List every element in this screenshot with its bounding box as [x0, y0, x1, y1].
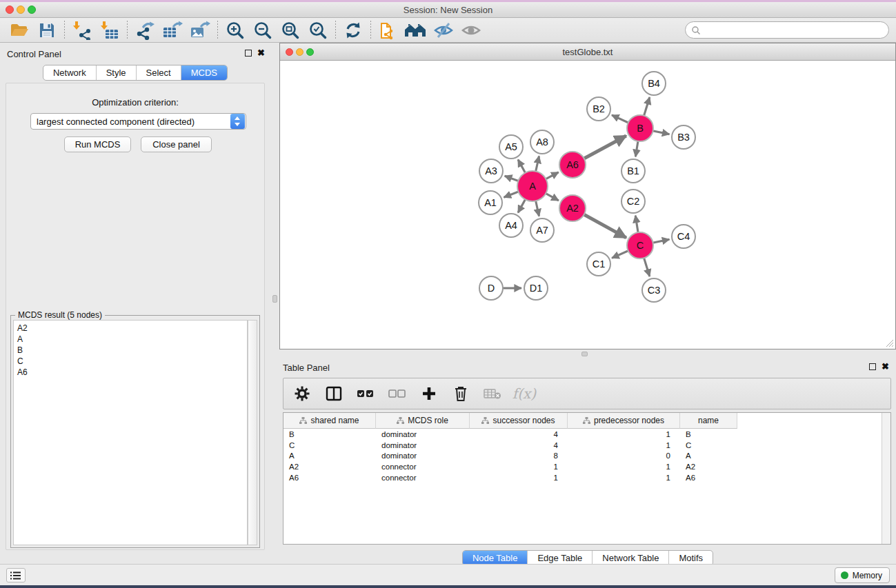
node-B[interactable]: B: [627, 115, 653, 141]
horizontal-splitter[interactable]: [279, 350, 896, 358]
zoom-in-icon[interactable]: [221, 19, 249, 41]
node-A4[interactable]: A4: [499, 214, 523, 237]
delete-columns-icon[interactable]: [450, 383, 471, 404]
column-header-name[interactable]: name: [680, 413, 737, 429]
search-input[interactable]: [701, 26, 888, 35]
table-cell[interactable]: connector: [376, 461, 470, 472]
float-panel-icon[interactable]: [245, 50, 252, 57]
zoom-fit-icon[interactable]: [277, 19, 304, 41]
mcds-result-list[interactable]: A2ABCA6: [13, 320, 248, 545]
table-cell[interactable]: 1: [568, 440, 680, 451]
function-builder-icon[interactable]: f(x): [514, 383, 535, 404]
tab-select[interactable]: Select: [136, 65, 181, 80]
node-C3[interactable]: C3: [642, 278, 666, 302]
table-cell[interactable]: A2: [680, 461, 737, 472]
tab-edge-table[interactable]: Edge Table: [527, 551, 592, 565]
table-cell[interactable]: B: [283, 429, 376, 440]
split-panel-icon[interactable]: [323, 383, 344, 404]
table-row[interactable]: Bdominator41B: [283, 429, 890, 440]
table-cell[interactable]: 8: [470, 451, 568, 462]
table-cell[interactable]: A: [283, 451, 376, 462]
table-cell[interactable]: dominator: [376, 440, 470, 451]
criterion-select[interactable]: largest connected component (directed): [30, 113, 246, 130]
close-panel-icon[interactable]: ✖: [882, 363, 889, 370]
select-all-columns-icon[interactable]: [355, 383, 376, 404]
zoom-out-icon[interactable]: [249, 19, 277, 41]
tab-motifs[interactable]: Motifs: [668, 551, 713, 565]
delete-table-icon[interactable]: [482, 383, 503, 404]
table-cell[interactable]: 4: [470, 440, 568, 451]
import-table-icon[interactable]: [96, 19, 123, 41]
table-cell[interactable]: connector: [376, 472, 470, 483]
app-titlebar[interactable]: Session: New Session: [0, 2, 896, 18]
table-cell[interactable]: 1: [568, 429, 680, 440]
node-C[interactable]: C: [627, 232, 653, 258]
node-A2[interactable]: A2: [559, 195, 586, 221]
tab-style[interactable]: Style: [96, 65, 136, 80]
open-session-icon[interactable]: [6, 19, 33, 41]
node-A7[interactable]: A7: [530, 219, 554, 242]
table-cell[interactable]: 1: [568, 472, 680, 483]
tab-mcds[interactable]: MCDS: [181, 65, 227, 80]
settings-icon[interactable]: [292, 383, 312, 404]
table-cell[interactable]: A6: [283, 472, 376, 483]
column-header-shared-name[interactable]: shared name: [283, 413, 376, 429]
resize-grip-icon[interactable]: [886, 339, 894, 347]
table-cell[interactable]: 4: [470, 429, 568, 440]
table-row[interactable]: A6connector11A6: [283, 472, 890, 483]
splitter-handle[interactable]: [581, 352, 588, 356]
node-B1[interactable]: B1: [621, 159, 645, 183]
export-image-icon[interactable]: [186, 19, 214, 41]
tab-network-table[interactable]: Network Table: [592, 551, 668, 565]
refresh-network-view-icon[interactable]: [339, 19, 367, 41]
import-network-icon[interactable]: [68, 19, 96, 41]
hide-selected-icon[interactable]: [430, 19, 457, 41]
table-cell[interactable]: dominator: [376, 451, 470, 462]
node-B3[interactable]: B3: [672, 125, 695, 149]
node-D1[interactable]: D1: [524, 276, 548, 300]
close-panel-icon[interactable]: ✖: [257, 50, 265, 57]
network-canvas[interactable]: AA1A2A3A4A5A6A7A8BB1B2B3B4CC1C2C3C4DD1: [280, 61, 895, 349]
table-cell[interactable]: A: [680, 451, 737, 462]
column-header-successor-nodes[interactable]: successor nodes: [470, 413, 568, 429]
column-header-MCDS-role[interactable]: MCDS role: [376, 413, 470, 429]
node-A5[interactable]: A5: [499, 135, 523, 159]
node-B4[interactable]: B4: [642, 72, 666, 95]
node-C4[interactable]: C4: [672, 225, 695, 248]
new-network-from-selection-icon[interactable]: [375, 19, 402, 41]
task-history-button[interactable]: [6, 568, 26, 582]
node-B2[interactable]: B2: [587, 97, 610, 121]
table-row[interactable]: Adominator80A: [283, 451, 890, 462]
node-A8[interactable]: A8: [530, 130, 554, 154]
table-cell[interactable]: B: [680, 429, 737, 440]
node-A[interactable]: A: [517, 171, 548, 201]
table-row[interactable]: Cdominator41C: [283, 440, 890, 451]
table-cell[interactable]: 1: [568, 461, 680, 472]
memory-button[interactable]: Memory: [835, 567, 890, 583]
network-window-titlebar[interactable]: testGlobe.txt: [280, 43, 895, 61]
export-table-icon[interactable]: [159, 19, 186, 41]
table-cell[interactable]: 0: [568, 451, 680, 462]
table-cell[interactable]: 1: [470, 461, 568, 472]
table-cell[interactable]: 1: [470, 472, 568, 483]
table-cell[interactable]: C: [680, 440, 737, 451]
deselect-all-columns-icon[interactable]: [387, 383, 408, 404]
home-icon[interactable]: [402, 19, 430, 41]
zoom-selected-icon[interactable]: [304, 19, 332, 41]
run-mcds-button[interactable]: Run MCDS: [64, 136, 131, 152]
tab-node-table[interactable]: Node Table: [463, 551, 528, 565]
search-box[interactable]: [685, 21, 889, 39]
export-network-icon[interactable]: [131, 19, 159, 41]
result-scrollbar[interactable]: [248, 320, 257, 545]
node-A6[interactable]: A6: [559, 152, 586, 178]
node-C1[interactable]: C1: [587, 252, 610, 276]
combo-stepper-icon[interactable]: [230, 114, 245, 129]
tab-network[interactable]: Network: [43, 65, 96, 80]
save-session-icon[interactable]: [33, 19, 61, 41]
column-header-predecessor-nodes[interactable]: predecessor nodes: [568, 413, 680, 429]
node-A1[interactable]: A1: [479, 191, 502, 214]
node-C2[interactable]: C2: [621, 190, 645, 213]
table-row[interactable]: A2connector11A2: [283, 461, 890, 472]
table-cell[interactable]: C: [283, 440, 376, 451]
show-all-icon[interactable]: [457, 19, 485, 41]
